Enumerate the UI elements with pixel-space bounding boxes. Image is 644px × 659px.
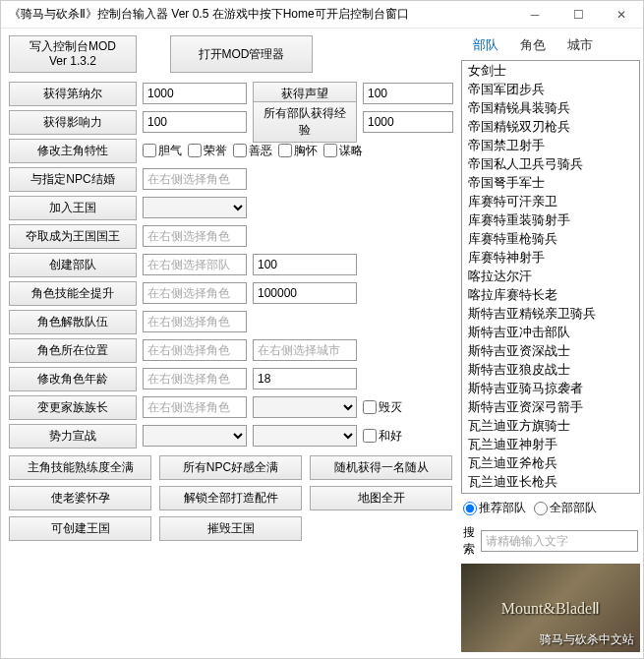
marry-npc-button[interactable]: 与指定NPC结婚 bbox=[9, 167, 137, 192]
trait-2[interactable]: 善恶 bbox=[233, 143, 272, 159]
marry-role-input[interactable] bbox=[143, 168, 247, 190]
troop-listbox[interactable]: 女剑士帝国军团步兵帝国精锐具装骑兵帝国精锐双刃枪兵帝国禁卫射手帝国私人卫兵弓骑兵… bbox=[461, 60, 640, 494]
tab-bar: 部队 角色 城市 bbox=[461, 32, 640, 60]
trait-4[interactable]: 谋略 bbox=[323, 143, 363, 159]
skill-value-input[interactable] bbox=[253, 282, 357, 304]
join-kingdom-button[interactable]: 加入王国 bbox=[9, 196, 137, 220]
list-item[interactable]: 帝国弩手军士 bbox=[462, 173, 639, 192]
all-xp-button[interactable]: 所有部队获得经验 bbox=[253, 101, 357, 143]
clan-select[interactable] bbox=[253, 396, 357, 418]
npc-favor-button[interactable]: 所有NPC好感全满 bbox=[159, 455, 302, 480]
declare-war-button[interactable]: 势力宣战 bbox=[9, 424, 137, 449]
filter-radios: 推荐部队 全部部队 bbox=[461, 494, 640, 522]
clan-role-input[interactable] bbox=[143, 396, 247, 418]
tab-troops[interactable]: 部队 bbox=[469, 34, 502, 56]
list-item[interactable]: 瓦兰迪亚长枪兵 bbox=[462, 472, 639, 491]
list-item[interactable]: 瓦兰迪亚神射手 bbox=[462, 435, 639, 453]
position-button[interactable]: 角色所在位置 bbox=[9, 338, 137, 363]
change-clan-leader-button[interactable]: 变更家族族长 bbox=[9, 395, 137, 420]
influence-input[interactable] bbox=[143, 111, 247, 133]
party-count-input[interactable] bbox=[253, 254, 357, 275]
seize-role-input[interactable] bbox=[143, 225, 247, 247]
get-influence-button[interactable]: 获得影响力 bbox=[9, 110, 137, 135]
list-item[interactable]: 瓦兰迪亚斧枪兵 bbox=[462, 453, 639, 472]
peace-checkbox[interactable]: 和好 bbox=[363, 428, 402, 445]
titlebar: 《骑马与砍杀Ⅱ》控制台输入器 Ver 0.5 在游戏中按下Home可开启控制台窗… bbox=[1, 1, 643, 29]
trait-1[interactable]: 荣誉 bbox=[188, 143, 227, 159]
skill-mastery-button[interactable]: 主角技能熟练度全满 bbox=[9, 455, 151, 480]
list-item[interactable]: 斯特吉亚狼皮战士 bbox=[462, 360, 639, 379]
list-item[interactable]: 斯特吉亚精锐亲卫骑兵 bbox=[462, 304, 639, 323]
unlock-crafting-button[interactable]: 解锁全部打造配件 bbox=[159, 486, 302, 510]
create-party-button[interactable]: 创建部队 bbox=[9, 253, 137, 277]
get-denar-button[interactable]: 获得第纳尔 bbox=[9, 82, 137, 106]
party-select-input[interactable] bbox=[143, 254, 247, 275]
list-item[interactable]: 喀拉达尔汗 bbox=[462, 267, 639, 285]
content-area: 写入控制台MOD Ver 1.3.2 打开MOD管理器 获得第纳尔 获得声望 获… bbox=[1, 29, 643, 658]
list-item[interactable]: 库赛特神射手 bbox=[462, 248, 639, 267]
age-value-input[interactable] bbox=[253, 368, 357, 389]
age-role-input[interactable] bbox=[143, 368, 247, 389]
radio-recommended[interactable]: 推荐部队 bbox=[463, 500, 526, 516]
skill-boost-button[interactable]: 角色技能全提升 bbox=[9, 281, 137, 306]
main-window: 《骑马与砍杀Ⅱ》控制台输入器 Ver 0.5 在游戏中按下Home可开启控制台窗… bbox=[0, 0, 644, 659]
search-input[interactable] bbox=[481, 530, 638, 552]
denar-input[interactable] bbox=[143, 83, 247, 104]
tab-cities[interactable]: 城市 bbox=[563, 34, 597, 56]
promo-subtitle: 骑马与砍杀中文站 bbox=[540, 631, 634, 648]
list-item[interactable]: 喀拉库赛特长老 bbox=[462, 285, 639, 304]
open-mod-manager-button[interactable]: 打开MOD管理器 bbox=[170, 35, 313, 73]
trait-0[interactable]: 胆气 bbox=[143, 143, 182, 159]
list-item[interactable]: 帝国禁卫射手 bbox=[462, 136, 639, 154]
list-item[interactable]: 帝国军团步兵 bbox=[462, 80, 639, 98]
disband-role-input[interactable] bbox=[143, 311, 247, 332]
list-item[interactable]: 库赛特可汗亲卫 bbox=[462, 192, 639, 210]
war-select-1[interactable] bbox=[143, 425, 247, 447]
list-item[interactable]: 帝国私人卫兵弓骑兵 bbox=[462, 154, 639, 173]
random-companion-button[interactable]: 随机获得一名随从 bbox=[310, 455, 452, 480]
create-kingdom-button[interactable]: 可创建王国 bbox=[9, 516, 151, 541]
maximize-button[interactable]: ☐ bbox=[556, 1, 600, 29]
xp-input[interactable] bbox=[363, 111, 453, 133]
tab-characters[interactable]: 角色 bbox=[516, 34, 550, 56]
search-row: 搜索 bbox=[461, 522, 640, 560]
write-mod-button[interactable]: 写入控制台MOD Ver 1.3.2 bbox=[9, 35, 137, 73]
list-item[interactable]: 帝国精锐具装骑兵 bbox=[462, 98, 639, 117]
wife-pregnant-button[interactable]: 使老婆怀孕 bbox=[9, 486, 151, 510]
bottom-button-grid: 主角技能熟练度全满 所有NPC好感全满 随机获得一名随从 使老婆怀孕 解锁全部打… bbox=[9, 455, 453, 541]
minimize-button[interactable]: ─ bbox=[513, 1, 556, 29]
search-label: 搜索 bbox=[463, 524, 475, 558]
skill-role-input[interactable] bbox=[143, 282, 247, 304]
disband-button[interactable]: 角色解散队伍 bbox=[9, 310, 137, 334]
list-item[interactable]: 库赛特重装骑射手 bbox=[462, 210, 639, 229]
war-select-2[interactable] bbox=[253, 425, 357, 447]
change-age-button[interactable]: 修改角色年龄 bbox=[9, 367, 137, 391]
seize-king-button[interactable]: 夺取成为王国国王 bbox=[9, 224, 137, 249]
trait-3[interactable]: 胸怀 bbox=[278, 143, 318, 159]
window-buttons: ─ ☐ ✕ bbox=[513, 1, 643, 29]
destroy-kingdom-button[interactable]: 摧毁王国 bbox=[159, 516, 302, 541]
modify-traits-button[interactable]: 修改主角特性 bbox=[9, 139, 137, 163]
renown-input[interactable] bbox=[363, 83, 453, 104]
list-item[interactable]: 斯特吉亚资深战士 bbox=[462, 341, 639, 360]
list-item[interactable]: 斯特吉亚资深弓箭手 bbox=[462, 397, 639, 416]
list-item[interactable]: 斯特吉亚骑马掠袭者 bbox=[462, 379, 639, 397]
reveal-map-button[interactable]: 地图全开 bbox=[310, 486, 452, 510]
destroy-checkbox[interactable]: 毁灭 bbox=[363, 399, 402, 416]
promo-title: Mount&BladeⅡ bbox=[501, 599, 600, 618]
right-panel: 部队 角色 城市 女剑士帝国军团步兵帝国精锐具装骑兵帝国精锐双刃枪兵帝国禁卫射手… bbox=[461, 29, 643, 658]
list-item[interactable]: 女剑士 bbox=[462, 61, 639, 80]
close-button[interactable]: ✕ bbox=[600, 1, 643, 29]
position-city-input[interactable] bbox=[253, 339, 357, 361]
list-item[interactable]: 帝国精锐双刃枪兵 bbox=[462, 117, 639, 136]
position-role-input[interactable] bbox=[143, 339, 247, 361]
left-panel: 写入控制台MOD Ver 1.3.2 打开MOD管理器 获得第纳尔 获得声望 获… bbox=[1, 29, 461, 658]
list-item[interactable]: 斯特吉亚冲击部队 bbox=[462, 323, 639, 341]
list-item[interactable]: 瓦兰迪亚方旗骑士 bbox=[462, 416, 639, 435]
window-title: 《骑马与砍杀Ⅱ》控制台输入器 Ver 0.5 在游戏中按下Home可开启控制台窗… bbox=[9, 6, 513, 23]
promo-image: Mount&BladeⅡ 骑马与砍杀中文站 bbox=[461, 564, 640, 652]
radio-all[interactable]: 全部部队 bbox=[534, 500, 597, 516]
join-kingdom-select[interactable] bbox=[143, 197, 247, 218]
list-item[interactable]: 库赛特重枪骑兵 bbox=[462, 229, 639, 248]
